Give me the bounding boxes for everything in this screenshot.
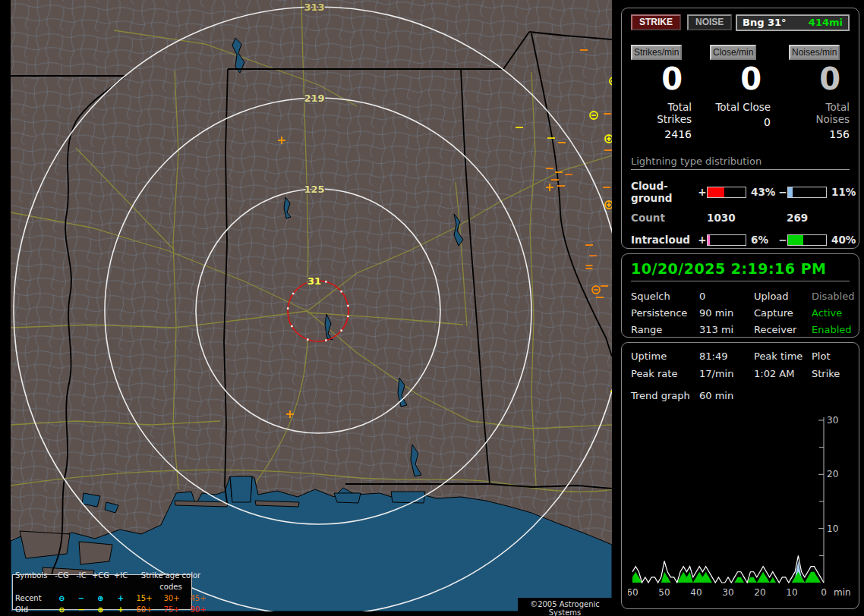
ring-label-313: 313 — [304, 2, 324, 13]
ic-plus-recent-icon: + — [111, 592, 131, 604]
ic-plus-old-icon: + — [111, 604, 131, 615]
x-tick-label: 10 — [786, 587, 797, 598]
legend-header: +IC — [111, 570, 131, 592]
trend-plot-canvas: 1020306050403020100min — [628, 408, 854, 604]
total-close-label: Total Close — [710, 101, 771, 113]
bearing-display: Bng 31° 414mi — [736, 14, 850, 31]
nexstorm-window: 31321912531 Symbols -CG -IC +CG +IC Stri… — [0, 0, 864, 616]
squelch-value: 0 — [699, 291, 754, 302]
upload-label: Upload — [754, 291, 812, 302]
cg-positive-bar — [707, 187, 746, 198]
cloud-ground-label: Cloud-ground — [631, 180, 698, 204]
status-panel: 10/20/2025 2:19:16 PM Squelch 0 Upload D… — [621, 253, 859, 338]
y-tick-label: 10 — [827, 523, 838, 534]
peak-time-label: Peak time — [754, 350, 812, 362]
range-label: Range — [631, 324, 699, 335]
ring-label-219: 219 — [304, 93, 324, 104]
legend-row-label: Recent — [15, 592, 52, 604]
cg-negative-pct: 11% — [827, 186, 856, 198]
bearing-distance: 414mi — [809, 17, 843, 28]
ring-dot — [307, 338, 308, 340]
upload-value: Disabled — [812, 291, 854, 302]
total-noises-label: Total Noises — [789, 101, 850, 125]
ring-dot — [292, 293, 294, 294]
legend-header: -CG — [52, 570, 72, 592]
age-code: 15+ — [131, 592, 158, 604]
trend-graph-label: Trend graph — [631, 390, 699, 401]
x-tick-label: 30 — [722, 587, 733, 598]
cg-positive-count: 1030 — [707, 212, 787, 224]
ring-dot — [347, 305, 348, 306]
ring-dot — [287, 307, 289, 309]
receiver-value: Enabled — [812, 324, 854, 335]
age-code: 45+ — [185, 592, 211, 604]
ic-positive-pct: 6% — [746, 234, 778, 246]
cg-negative-count: 269 — [787, 212, 850, 224]
legend-age-header: Strike age color codes — [131, 570, 211, 592]
capture-value: Active — [812, 307, 854, 319]
intracloud-row: Intracloud + 6% − 40% — [631, 234, 850, 246]
ic-minus-old-icon: − — [72, 604, 90, 615]
x-tick-label: 0 — [821, 587, 827, 598]
strike-mode-button[interactable]: STRIKE — [631, 14, 681, 30]
x-axis-unit: min — [834, 587, 851, 598]
strikes-per-min-button[interactable]: Strikes/min — [631, 45, 682, 60]
capture-label: Capture — [754, 307, 812, 319]
legend-header: -IC — [72, 570, 90, 592]
total-strikes-value: 2416 — [631, 128, 692, 140]
age-code: 75+ — [158, 604, 185, 615]
ring-label-31: 31 — [307, 275, 321, 287]
age-code: 60+ — [131, 604, 158, 615]
plot-mode-value: Strike — [812, 368, 850, 379]
noises-column: Noises/min 0 Total Noises 156 — [789, 45, 850, 140]
intracloud-label: Intracloud — [631, 234, 698, 246]
ring-label-125: 125 — [304, 184, 324, 195]
plus-sign: + — [698, 234, 707, 246]
copyright-notice: ©2005 Astrogenic Systems — [518, 598, 612, 611]
noises-per-min-value: 0 — [789, 63, 850, 95]
ic-negative-bar — [787, 234, 827, 246]
lightning-map[interactable]: 31321912531 Symbols -CG -IC +CG +IC Stri… — [11, 0, 612, 611]
age-code: 90+ — [185, 604, 211, 615]
age-code: 30+ — [158, 592, 185, 604]
ring-dot — [340, 291, 342, 292]
persistence-value: 90 min — [699, 307, 754, 319]
legend-header: Symbols — [15, 570, 52, 592]
close-per-min-button[interactable]: Close/min — [710, 45, 756, 60]
noises-per-min-button[interactable]: Noises/min — [789, 45, 840, 60]
squelch-label: Squelch — [631, 291, 699, 302]
ic-minus-recent-icon: − — [72, 592, 90, 604]
plus-sign: + — [698, 186, 707, 198]
cloud-ground-row: Cloud-ground + 43% − 11% — [631, 180, 850, 204]
noise-mode-button[interactable]: NOISE — [687, 14, 732, 30]
plot-label: Plot — [812, 350, 850, 362]
trend-graph-window: 60 min — [699, 390, 850, 401]
close-column: Close/min 0 Total Close 0 — [710, 45, 771, 140]
x-tick-label: 50 — [658, 587, 670, 598]
ring-dot — [291, 325, 292, 327]
datetime-display: 10/20/2025 2:19:16 PM — [631, 260, 850, 281]
y-tick-label: 20 — [827, 469, 838, 479]
legend-row-label: Old — [15, 604, 52, 615]
stats-panel: STRIKE NOISE Bng 31° 414mi Strikes/min 0… — [621, 8, 859, 249]
legend-header: +CG — [90, 570, 111, 592]
range-value: 313 mi — [699, 324, 754, 335]
ic-negative-pct: 40% — [827, 234, 856, 246]
map-canvas: 31321912531 — [11, 0, 612, 611]
uptime-value: 81:49 — [699, 350, 754, 362]
ring-dot — [347, 316, 348, 317]
distribution-title: Lightning type distribution — [631, 156, 850, 170]
total-strikes-label: Total Strikes — [631, 101, 692, 125]
persistence-label: Persistence — [631, 307, 699, 319]
uptime-label: Uptime — [631, 350, 699, 362]
strikes-column: Strikes/min 0 Total Strikes 2416 — [631, 45, 692, 140]
minus-sign: − — [778, 234, 787, 246]
y-tick-label: 30 — [827, 415, 838, 426]
total-close-value: 0 — [710, 116, 771, 128]
cg-positive-pct: 43% — [746, 186, 778, 198]
cg-minus-recent-icon: ⊖ — [52, 592, 72, 604]
close-per-min-value: 0 — [710, 63, 771, 95]
receiver-label: Receiver — [754, 324, 812, 335]
ring-dot — [325, 339, 326, 341]
count-label: Count — [631, 212, 707, 224]
